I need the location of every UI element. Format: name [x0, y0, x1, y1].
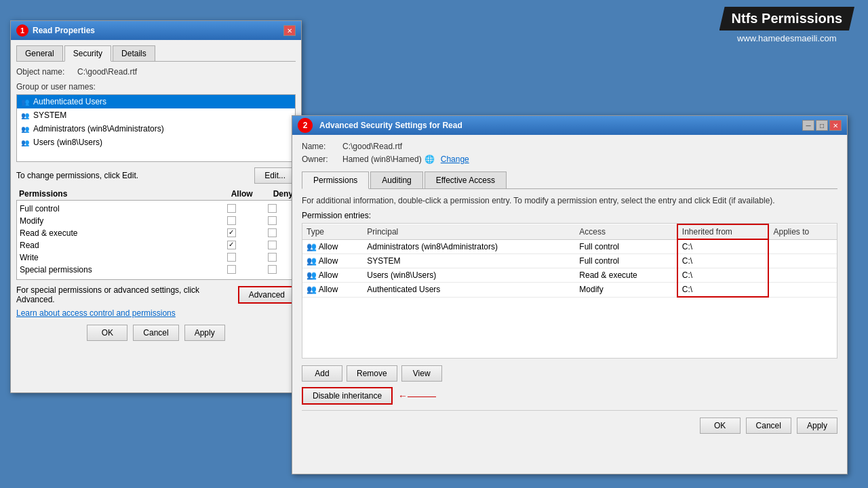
disable-inheritance-button[interactable]: Disable inheritance — [302, 387, 393, 405]
permissions-label: Permissions — [19, 189, 67, 199]
learn-link-row: Learn about access control and permissio… — [16, 308, 296, 318]
table-row[interactable]: 👥 Allow SYSTEM Full control C:\ — [302, 254, 837, 268]
window1-close-button[interactable]: ✕ — [283, 25, 296, 36]
perm-full-control: Full control — [20, 203, 292, 216]
advanced-hint-text: For special permissions or advanced sett… — [16, 285, 238, 304]
checkbox-deny-read[interactable] — [268, 241, 277, 249]
advanced-security-window: 2 Advanced Security Settings for Read ─ … — [292, 115, 848, 474]
perm-deny-read — [252, 241, 292, 251]
learn-link[interactable]: Learn about access control and permissio… — [16, 308, 176, 318]
perm-allow-modify — [211, 216, 252, 227]
user-row-icon: 👥 — [307, 256, 317, 266]
col-access: Access — [575, 224, 677, 239]
checkbox-allow-modify[interactable] — [227, 216, 236, 225]
window1-tabs: General Security Details — [16, 45, 296, 62]
col-inherited-from: Inherited from — [677, 224, 769, 239]
perm-allow-write — [211, 253, 252, 264]
branding-url: www.hamedesmaeili.com — [719, 33, 854, 43]
owner-label: Owner: — [302, 155, 342, 164]
perm-deny-modify — [252, 216, 292, 227]
cell-principal: Administrators (win8\Administrators) — [363, 239, 575, 254]
window1-ok-button[interactable]: OK — [87, 325, 127, 341]
window2-content: Name: C:\good\Read.rtf Owner: Hamed (win… — [292, 135, 847, 441]
tab-general[interactable]: General — [16, 45, 63, 61]
user-row-icon: 👥 — [307, 270, 317, 280]
tab-security[interactable]: Security — [64, 45, 111, 62]
perm-name-special: Special permissions — [20, 265, 211, 276]
checkbox-allow-read[interactable] — [227, 241, 236, 249]
window2-apply-button[interactable]: Apply — [797, 418, 837, 434]
perm-name-read-execute: Read & execute — [20, 228, 211, 239]
perm-deny-read-execute — [252, 228, 292, 239]
perm-deny-write — [252, 253, 292, 264]
object-name-row: Object name: C:\good\Read.rtf — [16, 67, 296, 77]
window2-tabs: Permissions Auditing Effective Access — [302, 171, 837, 189]
advanced-row: For special permissions or advanced sett… — [16, 285, 296, 304]
checkbox-deny-write[interactable] — [268, 253, 277, 262]
tab2-permissions[interactable]: Permissions — [302, 171, 369, 189]
window2-close-button[interactable]: ✕ — [829, 120, 842, 131]
cell-applies — [768, 268, 837, 283]
disable-inheritance-row: Disable inheritance ←——— — [302, 387, 837, 405]
add-button[interactable]: Add — [302, 365, 342, 382]
edit-button[interactable]: Edit... — [254, 167, 296, 184]
read-properties-window: 1 Read Properties ✕ General Security Det… — [10, 20, 302, 393]
user-list: 👥 Authenticated Users 👥 SYSTEM 👥 Adminis… — [16, 94, 296, 162]
branding-section: Ntfs Permissions www.hamedesmaeili.com — [719, 7, 854, 43]
checkbox-deny-read-execute[interactable] — [268, 228, 277, 237]
checkbox-allow-full[interactable] — [227, 204, 236, 213]
window2-cancel-button[interactable]: Cancel — [746, 418, 791, 434]
user-icon-system: 👥 — [20, 110, 31, 121]
cell-type: 👥 Allow — [302, 283, 363, 298]
checkbox-deny-special[interactable] — [268, 265, 277, 274]
tab2-effective-access[interactable]: Effective Access — [425, 171, 507, 188]
owner-row: Owner: Hamed (win8\Hamed) 🌐 Change — [302, 154, 837, 165]
window2-minimize-button[interactable]: ─ — [802, 120, 814, 131]
checkbox-allow-special[interactable] — [227, 265, 236, 274]
window1-content: General Security Details Object name: C:… — [11, 40, 301, 346]
col-principal: Principal — [363, 224, 575, 239]
permission-table: Type Principal Access Inherited from App… — [302, 224, 837, 298]
cell-principal: Users (win8\Users) — [363, 268, 575, 283]
checkbox-allow-read-execute[interactable] — [227, 228, 236, 237]
tab2-auditing[interactable]: Auditing — [370, 171, 422, 188]
perm-entries-label: Permission entries: — [302, 211, 837, 220]
tab-details[interactable]: Details — [113, 45, 155, 61]
checkbox-deny-modify[interactable] — [268, 216, 277, 225]
remove-button[interactable]: Remove — [347, 365, 397, 382]
user-name-administrators: Administrators (win8\Administrators) — [33, 124, 164, 134]
view-button[interactable]: View — [401, 365, 442, 382]
allow-header: Allow — [231, 189, 253, 199]
table-row[interactable]: 👥 Allow Authenticated Users Modify C:\ — [302, 283, 837, 298]
window1-title: Read Properties — [33, 26, 95, 35]
window1-cancel-button[interactable]: Cancel — [133, 325, 178, 341]
change-hint-row: To change permissions, click Edit. Edit.… — [16, 167, 296, 184]
checkbox-deny-full[interactable] — [268, 204, 277, 213]
user-item-authenticated[interactable]: 👥 Authenticated Users — [17, 95, 295, 108]
table-row[interactable]: 👥 Allow Users (win8\Users) Read & execut… — [302, 268, 837, 283]
change-hint-text: To change permissions, click Edit. — [16, 171, 254, 180]
user-item-administrators[interactable]: 👥 Administrators (win8\Administrators) — [17, 122, 295, 136]
owner-value: Hamed (win8\Hamed) — [342, 155, 422, 164]
user-icon-users: 👥 — [20, 137, 31, 148]
window2-bottom-buttons: OK Cancel Apply — [302, 410, 837, 434]
window2-ok-button[interactable]: OK — [700, 418, 741, 434]
change-link[interactable]: Change — [441, 155, 469, 164]
perm-name-full-control: Full control — [20, 204, 211, 215]
window1-apply-button[interactable]: Apply — [184, 325, 225, 341]
perm-write: Write — [20, 252, 292, 264]
user-item-users[interactable]: 👥 Users (win8\Users) — [17, 136, 295, 149]
window1-bottom-buttons: OK Cancel Apply — [16, 325, 296, 341]
group-label: Group or user names: — [16, 82, 296, 92]
advanced-button[interactable]: Advanced — [238, 286, 296, 304]
perm-name-write: Write — [20, 253, 211, 264]
window2-maximize-button[interactable]: □ — [816, 120, 828, 131]
user-item-system[interactable]: 👥 SYSTEM — [17, 108, 295, 122]
user-row-icon: 👥 — [307, 285, 317, 294]
table-row[interactable]: 👥 Allow Administrators (win8\Administrat… — [302, 239, 837, 254]
checkbox-allow-write[interactable] — [227, 253, 236, 262]
col-type: Type — [302, 224, 363, 239]
perm-table-header-row: Type Principal Access Inherited from App… — [302, 224, 837, 239]
cell-applies — [768, 283, 837, 298]
perm-read: Read — [20, 240, 292, 252]
